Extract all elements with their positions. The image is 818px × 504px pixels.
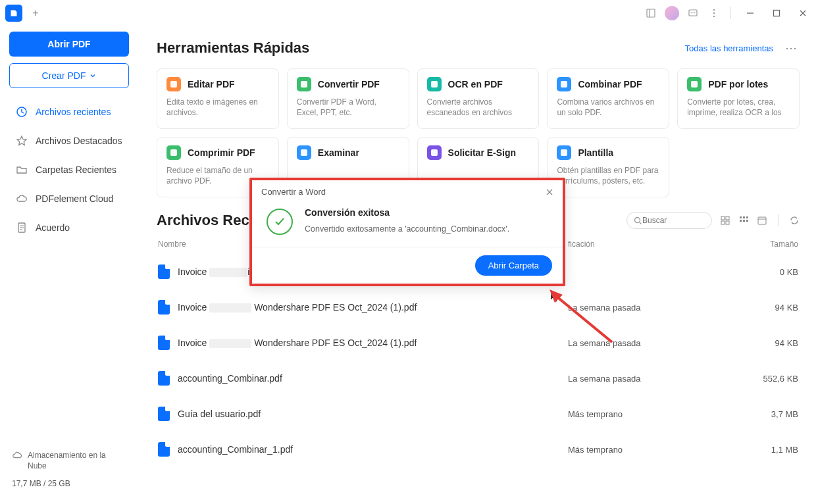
tool-icon: [166, 77, 181, 91]
tool-card[interactable]: OCR en PDF Convierte archivos escaneados…: [417, 68, 540, 129]
calendar-icon[interactable]: [757, 215, 767, 226]
sidebar-item-folders[interactable]: Carpetas Recientes: [9, 155, 129, 184]
dialog-message: Conversión exitosa Convertido exitosamen…: [305, 207, 509, 234]
pdf-file-icon: [158, 336, 170, 350]
file-size: 94 KB: [746, 338, 798, 348]
document-icon: [16, 222, 28, 234]
file-name: accounting_Combinar_1.pdf: [158, 442, 568, 457]
svg-rect-34: [743, 216, 745, 218]
svg-point-4: [692, 13, 694, 14]
file-modified: La semana pasada: [568, 338, 746, 348]
sidebar-bottom: Almacenamiento en la Nube 17,7 MB / 25 G…: [9, 445, 129, 499]
svg-rect-30: [726, 216, 729, 220]
file-row[interactable]: accounting_Combinar_1.pdf Más temprano 1…: [157, 432, 800, 467]
tool-desc: Convierte archivos escaneados en archivo…: [427, 97, 530, 118]
svg-point-27: [635, 217, 640, 222]
column-modified: ficación: [568, 239, 746, 249]
tool-card[interactable]: Combinar PDF Combina varios archivos en …: [547, 68, 669, 129]
tool-title: Examinar: [318, 147, 359, 158]
titlebar-left: +: [5, 5, 43, 22]
dialog-text: Convertido exitosamente a 'accounting_Co…: [305, 224, 509, 234]
tool-icon: [297, 145, 311, 160]
sidebar-item-starred[interactable]: Archivos Destacados: [9, 126, 129, 155]
file-size: 94 KB: [746, 303, 798, 313]
tool-card[interactable]: PDF por lotes Convierte por lotes, crea,…: [677, 68, 800, 129]
dialog-body: Conversión exitosa Convertido exitosamen…: [252, 203, 563, 247]
column-size: Tamaño: [746, 239, 798, 249]
svg-rect-10: [774, 11, 780, 16]
storage-label: Almacenamiento en la Nube: [28, 450, 126, 471]
more-vertical-icon[interactable]: [707, 6, 721, 20]
minimize-button[interactable]: [740, 3, 760, 23]
svg-rect-39: [758, 217, 766, 224]
dialog-titlebar: Convertir a Word: [252, 180, 563, 203]
list-view-icon[interactable]: [720, 215, 730, 226]
chevron-down-icon: [89, 72, 96, 79]
dialog-title: Convertir a Word: [261, 187, 326, 197]
titlebar-right: [644, 3, 813, 23]
user-avatar[interactable]: [665, 6, 679, 20]
tool-icon: [427, 145, 442, 160]
storage-row[interactable]: Almacenamiento en la Nube: [12, 450, 126, 471]
more-horizontal-icon[interactable]: ⋯: [782, 41, 800, 55]
svg-rect-33: [740, 216, 742, 218]
svg-rect-36: [740, 220, 742, 222]
svg-rect-23: [170, 149, 177, 156]
open-folder-button[interactable]: Abrir Carpeta: [475, 255, 552, 276]
file-modified: La semana pasada: [568, 303, 746, 313]
tool-title: Editar PDF: [188, 79, 235, 89]
tool-card[interactable]: Editar PDF Edita texto e imágenes en arc…: [157, 68, 279, 129]
conversion-dialog: Convertir a Word Conversión exitosa Conv…: [249, 178, 565, 286]
tool-desc: Obtén plantillas en PDF para currículums…: [557, 165, 659, 186]
pdf-file-icon: [158, 265, 170, 279]
grid-view-icon[interactable]: [738, 215, 749, 226]
star-icon: [16, 135, 28, 147]
pdf-file-icon: [158, 407, 170, 421]
all-tools-link[interactable]: Todas las herramientas: [685, 43, 773, 53]
panel-icon[interactable]: [644, 6, 658, 20]
file-row[interactable]: Invoice Wondershare PDF ES Oct_2024 (1).…: [157, 325, 800, 361]
file-row[interactable]: Guía del usuario.pdf Más temprano 3,7 MB: [157, 396, 800, 432]
tool-card[interactable]: Plantilla Obtén plantillas en PDF para c…: [547, 137, 669, 197]
svg-rect-0: [647, 9, 655, 17]
create-pdf-label: Crear PDF: [42, 70, 86, 81]
svg-rect-32: [726, 221, 729, 224]
divider: [730, 7, 731, 19]
file-row[interactable]: accounting_Combinar.pdf La semana pasada…: [157, 361, 800, 396]
search-input[interactable]: [642, 216, 705, 225]
file-size: 3,7 MB: [746, 409, 798, 419]
svg-point-7: [713, 13, 715, 14]
svg-point-8: [713, 16, 715, 17]
storage-quota: 17,7 MB / 25 GB: [12, 479, 126, 488]
tool-desc: Edita texto e imágenes en archivos.: [166, 97, 269, 118]
sidebar-item-cloud[interactable]: PDFelement Cloud: [9, 184, 129, 213]
sidebar-item-recent-files[interactable]: Archivos recientes: [9, 97, 129, 126]
sidebar-item-label: Archivos Destacados: [36, 136, 122, 146]
open-pdf-button[interactable]: Abrir PDF: [9, 32, 129, 57]
sidebar: Abrir PDF Crear PDF Archivos recientes A…: [0, 26, 138, 504]
new-tab-button[interactable]: +: [28, 5, 43, 21]
create-pdf-button[interactable]: Crear PDF: [9, 63, 129, 88]
recent-tools: [626, 212, 800, 229]
file-size: 552,6 KB: [746, 374, 798, 384]
maximize-button[interactable]: [767, 3, 786, 23]
folder-icon: [16, 164, 28, 176]
file-row[interactable]: Invoice Wondershare PDF ES Oct_2024 (1).…: [157, 290, 800, 325]
dialog-close-button[interactable]: [546, 188, 553, 196]
file-size: 1,1 MB: [746, 445, 798, 455]
file-modified: La semana pasada: [568, 374, 746, 384]
tool-card[interactable]: Convertir PDF Convertir PDF a Word, Exce…: [287, 68, 409, 129]
cloud-icon: [12, 450, 22, 461]
file-name: Invoice Wondershare PDF ES Oct_2024 (1).…: [158, 336, 568, 350]
tool-title: OCR en PDF: [448, 79, 503, 89]
feedback-icon[interactable]: [686, 6, 700, 20]
sidebar-item-label: PDFelement Cloud: [36, 193, 113, 204]
sidebar-item-label: Carpetas Recientes: [36, 164, 116, 175]
pdf-file-icon: [158, 442, 170, 457]
refresh-icon[interactable]: [789, 215, 800, 226]
cloud-icon: [16, 193, 28, 205]
sidebar-item-agreement[interactable]: Acuerdo: [9, 213, 129, 242]
search-box[interactable]: [626, 212, 712, 229]
sidebar-item-label: Acuerdo: [36, 222, 70, 233]
close-button[interactable]: [793, 3, 813, 23]
